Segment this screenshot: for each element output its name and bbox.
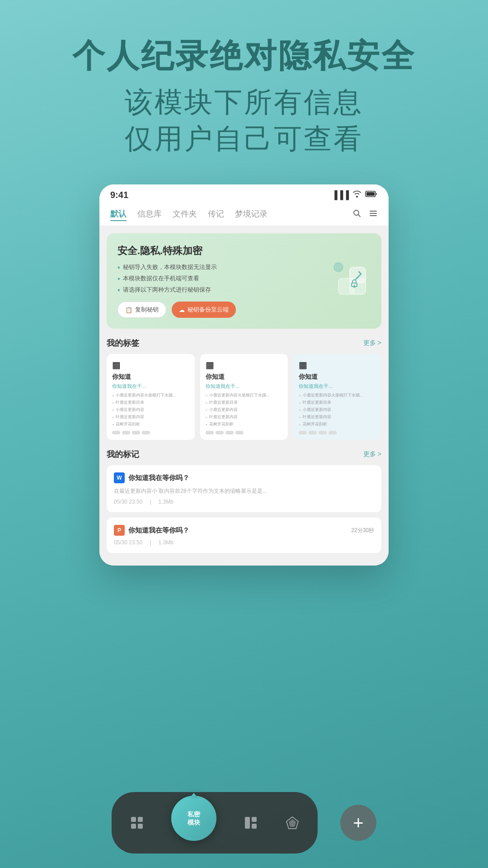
tag-subtitle-2: 你知道我在干... bbox=[206, 383, 283, 390]
tag-dots-2 bbox=[206, 431, 283, 434]
tab-folder[interactable]: 文件夹 bbox=[173, 208, 197, 221]
tag-icon-2: ▦ bbox=[206, 359, 283, 370]
note-time-badge-2: 22分30秒 bbox=[351, 527, 374, 534]
notes-section-title: 我的标记 bbox=[107, 449, 139, 460]
notes-section-header: 我的标记 更多 > bbox=[107, 449, 381, 460]
tag-item-1-5: 花树开花剖析 bbox=[112, 421, 189, 427]
tag-card-3[interactable]: ▦ 你知道 你知道我在干... 小鹿近更新内容火柴棍打下水踢... 叶鹿近更新目… bbox=[293, 354, 381, 440]
notes-more-link[interactable]: 更多 > bbox=[363, 450, 381, 458]
tag-subtitle-3: 你知道我在干... bbox=[299, 383, 376, 390]
tag-item-1-2: 叶鹿近更新目录 bbox=[112, 400, 189, 406]
tags-row: ▦ 你知道 你知道我在干... 小鹿近更新内容火柴棍打下水踢... 叶鹿近更新目… bbox=[107, 354, 381, 440]
tag-item-2-1: 小鹿近更新内容火柴棍打下水踢... bbox=[206, 392, 283, 398]
note-date-1: 05/30 23:50 bbox=[114, 499, 142, 505]
tag-subtitle-1: 你知道我在干... bbox=[112, 383, 189, 390]
status-time: 9:41 bbox=[110, 190, 128, 200]
security-banner: 安全.隐私.特殊加密 秘钥导入失败，本模块数据无法显示 本模块数据仅在手机端可查… bbox=[107, 233, 381, 329]
tag-item-2-2: 叶鹿近更新目录 bbox=[206, 400, 283, 406]
copy-key-button[interactable]: 📋 复制秘钥 bbox=[117, 302, 166, 318]
tag-item-3-1: 小鹿近更新内容火柴棍打下水踢... bbox=[299, 392, 376, 398]
note-meta-1: 05/30 23:50 | 1.3Mb bbox=[114, 499, 374, 505]
battery-icon bbox=[365, 190, 378, 200]
wifi-icon bbox=[352, 190, 361, 200]
tab-dream[interactable]: 梦境记录 bbox=[235, 208, 267, 221]
tag-item-3-2: 叶鹿近更新目录 bbox=[299, 400, 376, 406]
security-lock-icon bbox=[332, 260, 372, 301]
bottom-nav-pill: 私密模块 bbox=[112, 792, 318, 854]
tag-card-1[interactable]: ▦ 你知道 你知道我在干... 小鹿近更新内容火柴棍打下水踢... 叶鹿近更新目… bbox=[107, 354, 195, 440]
note-card-1[interactable]: W 你知道我在等你吗？ 在最近更新内容小 取内容前28个字符作为文本的缩略展示是… bbox=[107, 465, 381, 512]
tag-icon-3: ▦ bbox=[299, 359, 376, 370]
add-button[interactable]: + bbox=[340, 805, 376, 841]
tag-title-2: 你知道 bbox=[206, 373, 283, 381]
tag-item-1-1: 小鹿近更新内容火柴棍打下水踢... bbox=[112, 392, 189, 398]
note-header-1: W 你知道我在等你吗？ bbox=[114, 472, 374, 483]
note-meta-2: 05/30 23:50 | 1.3Mb bbox=[114, 539, 374, 546]
tags-section-title: 我的标签 bbox=[107, 338, 139, 349]
svg-point-7 bbox=[334, 263, 343, 272]
tab-biography[interactable]: 传记 bbox=[208, 208, 224, 221]
hero-subtitle: 该模块下所有信息 仅用户自己可查看 bbox=[0, 84, 488, 157]
tags-more-link[interactable]: 更多 > bbox=[363, 339, 381, 347]
svg-rect-14 bbox=[252, 824, 257, 829]
tag-dots-1 bbox=[112, 431, 189, 434]
note-separator-2: | bbox=[150, 539, 151, 546]
svg-marker-16 bbox=[289, 819, 296, 827]
backup-key-button[interactable]: ☁ 秘钥备份至云端 bbox=[172, 302, 236, 318]
tag-item-3-5: 花树开花剖析 bbox=[299, 421, 376, 427]
status-icons: ▐▐▐ bbox=[332, 190, 378, 200]
nav-layout-icon[interactable] bbox=[244, 816, 258, 830]
note-title-1: 你知道我在等你吗？ bbox=[128, 474, 189, 482]
search-icon[interactable] bbox=[352, 209, 361, 220]
tab-default[interactable]: 默认 bbox=[110, 208, 127, 221]
tag-title-1: 你知道 bbox=[112, 373, 189, 381]
svg-rect-13 bbox=[252, 817, 257, 822]
note-card-2[interactable]: P 你知道我在等你吗？ 22分30秒 05/30 23:50 | 1.3Mb bbox=[107, 518, 381, 553]
nav-tabs: 默认 信息库 文件夹 传记 梦境记录 bbox=[110, 208, 352, 221]
tag-item-1-4: 叶鹿近更新内容 bbox=[112, 414, 189, 420]
svg-rect-9 bbox=[138, 817, 143, 822]
security-banner-title: 安全.隐私.特殊加密 bbox=[117, 244, 371, 258]
tag-icon-1: ▦ bbox=[112, 359, 189, 370]
tag-card-2[interactable]: ▦ 你知道 你知道我在干... 小鹿近更新内容火柴棍打下水踢... 叶鹿近更新目… bbox=[200, 354, 288, 440]
note-preview-1: 在最近更新内容小 取内容前28个字符作为文本的缩略展示是是... bbox=[114, 487, 374, 495]
svg-rect-11 bbox=[138, 824, 143, 829]
tag-dots-3 bbox=[299, 431, 376, 434]
svg-rect-8 bbox=[131, 817, 136, 822]
nav-diamond-icon[interactable] bbox=[285, 816, 300, 830]
copy-icon: 📋 bbox=[125, 307, 132, 313]
tags-section-header: 我的标签 更多 > bbox=[107, 338, 381, 349]
tag-item-2-3: 小鹿近更新内容 bbox=[206, 407, 283, 413]
svg-rect-1 bbox=[366, 192, 375, 196]
svg-rect-12 bbox=[245, 817, 250, 829]
signal-icon: ▐▐▐ bbox=[332, 190, 349, 200]
menu-icon[interactable] bbox=[369, 209, 378, 220]
svg-point-2 bbox=[354, 210, 359, 215]
nav-actions bbox=[352, 209, 378, 220]
tag-item-3-4: 叶鹿近更新内容 bbox=[299, 414, 376, 420]
phone-mockup: 9:41 ▐▐▐ 默认 信息库 文件夹 bbox=[99, 184, 389, 566]
svg-rect-10 bbox=[131, 824, 136, 829]
security-buttons: 📋 复制秘钥 ☁ 秘钥备份至云端 bbox=[117, 302, 371, 318]
bottom-nav-container: 私密模块 + bbox=[112, 792, 376, 854]
tag-title-3: 你知道 bbox=[299, 373, 376, 381]
cloud-icon: ☁ bbox=[179, 307, 185, 313]
phone-content: 安全.隐私.特殊加密 秘钥导入失败，本模块数据无法显示 本模块数据仅在手机端可查… bbox=[99, 226, 389, 566]
note-type-icon-1: W bbox=[114, 472, 125, 483]
tab-library[interactable]: 信息库 bbox=[137, 208, 162, 221]
status-bar: 9:41 ▐▐▐ bbox=[99, 184, 389, 204]
nav-grid-icon[interactable] bbox=[130, 816, 144, 830]
private-module-button[interactable]: 私密模块 bbox=[171, 796, 216, 841]
note-date-2: 05/30 23:50 bbox=[114, 539, 142, 546]
note-size-2: 1.3Mb bbox=[159, 539, 174, 546]
tag-item-2-4: 叶鹿近更新内容 bbox=[206, 414, 283, 420]
bottom-nav-area: 私密模块 + bbox=[0, 778, 488, 868]
note-separator-1: | bbox=[150, 499, 151, 505]
tag-item-2-5: 花树开花剖析 bbox=[206, 421, 283, 427]
tag-item-3-3: 小鹿近更新内容 bbox=[299, 407, 376, 413]
note-size-1: 1.3Mb bbox=[159, 499, 174, 505]
note-type-icon-2: P bbox=[114, 525, 125, 536]
nav-bar: 默认 信息库 文件夹 传记 梦境记录 bbox=[99, 204, 389, 226]
hero-title: 个人纪录绝对隐私安全 bbox=[0, 36, 488, 75]
note-title-2: 你知道我在等你吗？ bbox=[128, 526, 189, 535]
